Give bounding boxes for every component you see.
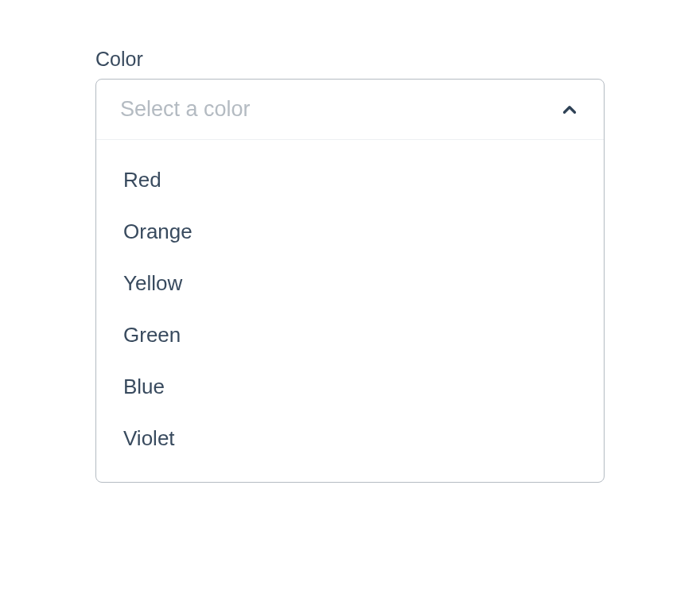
chevron-up-icon	[559, 99, 580, 120]
option-yellow[interactable]: Yellow	[96, 258, 604, 309]
field-label: Color	[95, 48, 605, 71]
select-placeholder: Select a color	[120, 97, 251, 122]
select-trigger[interactable]: Select a color	[96, 80, 604, 140]
option-green[interactable]: Green	[96, 309, 604, 361]
option-red[interactable]: Red	[96, 154, 604, 206]
color-select: Select a color Red Orange Yellow Green B…	[95, 79, 605, 483]
option-orange[interactable]: Orange	[96, 206, 604, 258]
option-violet[interactable]: Violet	[96, 413, 604, 464]
option-blue[interactable]: Blue	[96, 361, 604, 413]
options-list: Red Orange Yellow Green Blue Violet	[96, 140, 604, 482]
